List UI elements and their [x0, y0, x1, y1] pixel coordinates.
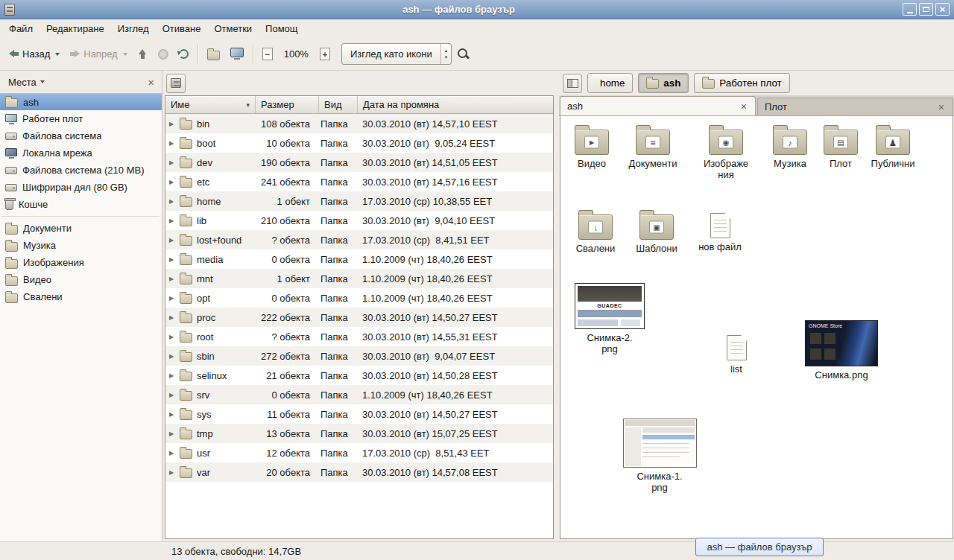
place-item[interactable]: Локална мрежа — [0, 144, 162, 162]
place-item[interactable]: Работен плот — [0, 110, 162, 127]
column-header-name[interactable]: Име ▾ — [165, 96, 256, 113]
path-button[interactable]: Работен плот — [694, 73, 789, 93]
titlebar[interactable]: ash — файлов браузър × — [0, 0, 954, 19]
tab[interactable]: Плот × — [757, 98, 953, 115]
expander-icon[interactable]: ▶ — [165, 450, 178, 456]
close-sidebar-icon[interactable]: × — [143, 77, 159, 88]
stop-button[interactable] — [153, 42, 174, 66]
file-icon-item[interactable]: нов файл — [694, 209, 746, 253]
tree-row[interactable]: ▶ opt 0 обекта Папка 1.10.2009 (чт) 18,4… — [165, 288, 553, 308]
tree-row[interactable]: ▶ sys 11 обекта Папка 30.03.2010 (вт) 14… — [165, 404, 553, 424]
minimize-button[interactable] — [903, 3, 917, 16]
place-item[interactable]: ash — [0, 93, 162, 110]
home-button[interactable] — [202, 42, 225, 66]
tree-row[interactable]: ▶ dev 190 обекта Папка 30.03.2010 (вт) 1… — [165, 153, 553, 172]
expander-icon[interactable]: ▶ — [165, 159, 178, 166]
menu-item[interactable]: Помощ — [259, 21, 304, 36]
place-item[interactable]: Видео — [0, 271, 162, 288]
back-button[interactable]: Назад — [4, 42, 65, 66]
expander-icon[interactable]: ▶ — [165, 295, 178, 302]
root-location-button[interactable] — [166, 74, 186, 93]
taskbar-window-button[interactable]: ash — файлов браузър — [695, 538, 824, 556]
file-icon-item[interactable]: Музика — [759, 124, 821, 170]
view-mode-select[interactable]: Изглед като икони ▴▾ — [341, 43, 452, 65]
expander-icon[interactable]: ▶ — [165, 121, 178, 127]
tree-row[interactable]: ▶ usr 12 обекта Папка 17.03.2010 (ср) 8,… — [165, 443, 553, 462]
place-item[interactable]: Свалени — [0, 288, 162, 305]
file-icon-item[interactable]: Публични — [862, 124, 924, 170]
file-icon-item[interactable]: Видео — [560, 124, 623, 170]
path-button[interactable]: ash — [638, 73, 689, 93]
menu-item[interactable]: Файл — [2, 21, 40, 36]
expander-icon[interactable]: ▶ — [165, 179, 178, 185]
zoom-out-button[interactable]: − — [257, 42, 278, 66]
expander-icon[interactable]: ▶ — [165, 353, 178, 360]
spinner-arrows-icon[interactable]: ▴▾ — [440, 44, 452, 64]
path-button[interactable]: home — [587, 73, 633, 93]
tab[interactable]: ash × — [560, 96, 756, 115]
close-button[interactable]: × — [935, 3, 950, 16]
tree-row[interactable]: ▶ boot 10 обекта Папка 30.03.2010 (вт) 9… — [165, 133, 553, 153]
search-button[interactable] — [452, 42, 475, 66]
expander-icon[interactable]: ▶ — [165, 237, 178, 244]
expander-icon[interactable]: ▶ — [165, 469, 178, 476]
expander-icon[interactable]: ▶ — [165, 198, 178, 205]
pane-toggle-button[interactable] — [563, 74, 582, 93]
computer-button[interactable] — [225, 42, 249, 66]
tree-row[interactable]: ▶ lib 210 обекта Папка 30.03.2010 (вт) 9… — [165, 211, 553, 230]
place-item[interactable]: Изображения — [0, 254, 162, 271]
tree-row[interactable]: ▶ media 0 обекта Папка 1.10.2009 (чт) 18… — [165, 249, 553, 269]
expander-icon[interactable]: ▶ — [165, 392, 178, 398]
chevron-down-icon[interactable] — [55, 53, 60, 56]
place-item[interactable]: Файлова система (210 MB) — [0, 162, 162, 179]
icon-view[interactable]: Видео Документи Изображения — [560, 116, 953, 539]
file-icon-item[interactable]: Свалени — [564, 209, 627, 255]
file-icon-item[interactable]: GUADEC Снимка-2.png — [571, 281, 648, 355]
expander-icon[interactable]: ▶ — [165, 256, 178, 263]
forward-button[interactable]: Напред — [65, 42, 132, 66]
menu-item[interactable]: Отметки — [207, 21, 259, 36]
tree-row[interactable]: ▶ etc 241 обекта Папка 30.03.2010 (вт) 1… — [165, 172, 553, 191]
column-header-type[interactable]: Вид — [319, 96, 358, 113]
place-item[interactable]: Шифриран дял (80 GB) — [0, 179, 162, 196]
expander-icon[interactable]: ▶ — [165, 276, 178, 282]
close-tab-icon[interactable]: × — [739, 101, 748, 112]
maximize-button[interactable] — [919, 3, 933, 16]
expander-icon[interactable]: ▶ — [165, 334, 178, 340]
place-item[interactable]: Музика — [0, 237, 162, 254]
column-header-size[interactable]: Размер — [256, 96, 319, 113]
chevron-down-icon[interactable] — [123, 53, 127, 56]
expander-icon[interactable]: ▶ — [165, 140, 178, 147]
tree-row[interactable]: ▶ tmp 13 обекта Папка 30.03.2010 (вт) 15… — [165, 424, 553, 443]
file-icon-item[interactable]: Шаблони — [625, 209, 688, 255]
tree-row[interactable]: ▶ proc 222 обекта Папка 30.03.2010 (вт) … — [165, 308, 553, 327]
column-header-date[interactable]: Дата на промяна — [358, 96, 553, 113]
expander-icon[interactable]: ▶ — [165, 372, 178, 379]
file-icon-item[interactable]: Документи — [622, 124, 684, 170]
file-icon-item[interactable]: Изображения — [695, 124, 757, 181]
reload-button[interactable] — [174, 42, 194, 66]
file-icon-item[interactable]: list — [710, 331, 762, 375]
tree-row[interactable]: ▶ home 1 обект Папка 17.03.2010 (ср) 10,… — [165, 191, 553, 211]
expander-icon[interactable]: ▶ — [165, 314, 178, 321]
tree-row[interactable]: ▶ lost+found ? обекта Папка 17.03.2010 (… — [165, 230, 553, 249]
menu-item[interactable]: Отиване — [156, 21, 208, 36]
tree-row[interactable]: ▶ selinux 21 обекта Папка 30.03.2010 (вт… — [165, 366, 553, 385]
file-icon-item[interactable]: GNOME Store Снимка.png — [803, 319, 880, 381]
expander-icon[interactable]: ▶ — [165, 217, 178, 224]
menu-item[interactable]: Редактиране — [40, 21, 111, 36]
tree-row[interactable]: ▶ var 20 обекта Папка 30.03.2010 (вт) 14… — [165, 462, 553, 482]
tree-row[interactable]: ▶ sbin 272 обекта Папка 30.03.2010 (вт) … — [165, 346, 553, 366]
expander-icon[interactable]: ▶ — [165, 411, 178, 418]
tree-row[interactable]: ▶ mnt 1 обект Папка 1.10.2009 (чт) 18,40… — [165, 269, 553, 288]
tree-row[interactable]: ▶ srv 0 обекта Папка 1.10.2009 (чт) 18,4… — [165, 385, 553, 404]
file-icon-item[interactable]: Снимка-1.png — [621, 417, 698, 494]
close-tab-icon[interactable]: × — [937, 102, 946, 112]
tree-row[interactable]: ▶ root ? обекта Папка 30.03.2010 (вт) 14… — [165, 327, 553, 346]
up-button[interactable] — [133, 42, 153, 66]
place-item[interactable]: Документи — [0, 220, 162, 237]
expander-icon[interactable]: ▶ — [165, 430, 178, 437]
places-selector[interactable]: Места — [3, 74, 50, 90]
file-icon-item[interactable]: Плот — [815, 124, 867, 170]
zoom-in-button[interactable]: + — [315, 42, 335, 66]
